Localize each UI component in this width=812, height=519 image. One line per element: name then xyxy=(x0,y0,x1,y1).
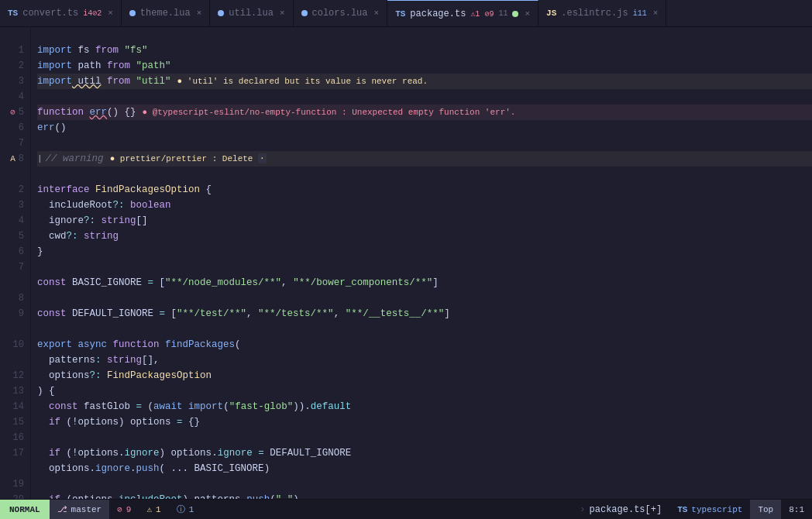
code-line: import fs from "fs" xyxy=(37,43,812,58)
close-icon[interactable]: × xyxy=(280,9,285,18)
gutter-line-warn: A 8 xyxy=(3,151,24,167)
close-icon[interactable]: × xyxy=(108,9,113,18)
code-line xyxy=(37,476,812,492)
tab-eslintrc-js[interactable]: JS .eslintrc.js i11 × xyxy=(538,0,666,26)
code-line xyxy=(37,136,812,151)
code-line-error: function err() {} ● @typescript-eslint/n… xyxy=(37,105,812,120)
tab-badge-info: 11 xyxy=(498,9,508,18)
editor-mode: NORMAL xyxy=(0,500,50,519)
code-line: const DEFAULT_IGNORE = ["**/test/**", "*… xyxy=(37,306,812,321)
gutter-line: 9 xyxy=(3,306,24,321)
code-line: if (options.includeRoot) patterns.push("… xyxy=(37,492,812,499)
tab-bar: TS convert.ts i4⊘2 × theme.lua × util.lu… xyxy=(0,0,812,27)
branch-icon: ⎇ xyxy=(57,504,67,514)
gutter-line: 16 xyxy=(3,430,24,445)
tab-util-lua[interactable]: util.lua × xyxy=(210,0,293,26)
gutter-line: 3 xyxy=(3,74,24,89)
tab-convert-ts[interactable]: TS convert.ts i4⊘2 × xyxy=(0,0,122,26)
close-icon[interactable]: × xyxy=(374,9,380,18)
git-branch: ⎇ master xyxy=(50,500,110,519)
gutter-line: 17 xyxy=(3,445,24,461)
code-line xyxy=(37,260,812,275)
close-icon[interactable]: × xyxy=(653,9,659,18)
tab-package-ts[interactable]: TS package.ts ⚠1 ⊘9 11 × xyxy=(387,0,538,26)
gutter-line xyxy=(3,27,24,43)
tab-theme-lua[interactable]: theme.lua × xyxy=(122,0,210,26)
gutter-line: 2 xyxy=(3,182,24,198)
branch-name: master xyxy=(71,505,102,514)
code-line: if (!options) options = {} xyxy=(37,414,812,430)
line-col: 8:1 xyxy=(789,505,804,514)
code-line: includeRoot?: boolean xyxy=(37,198,812,213)
code-line xyxy=(37,321,812,337)
gutter-line: 6 xyxy=(3,244,24,260)
warning-num: 1 xyxy=(156,505,161,514)
tab-label: .eslintrc.js xyxy=(561,8,628,19)
gutter-line: 14 xyxy=(3,399,24,414)
editor-container: 1 2 3 4 ⊘ 5 6 7 A 8 2 3 4 5 6 7 8 9 10 1… xyxy=(0,27,812,499)
status-bar: NORMAL ⎇ master ⊘ 9 ⚠ 1 ⓘ 1 › package.ts… xyxy=(0,499,812,519)
tab-badge-info: i11 xyxy=(633,9,647,18)
tab-label: package.ts xyxy=(410,9,466,19)
warning-icon: ⚠ xyxy=(146,504,152,514)
gutter-line xyxy=(3,167,24,182)
info-icon: ⓘ xyxy=(177,504,185,515)
filetype-indicator: TS typescript xyxy=(669,500,750,519)
arrow-right: › xyxy=(580,504,585,515)
gutter-line xyxy=(3,321,24,337)
code-line: const fastGlob = (await import("fast-glo… xyxy=(37,399,812,414)
code-line: export async function findPackages( xyxy=(37,337,812,352)
code-line: cwd?: string xyxy=(37,229,812,244)
tab-label: convert.ts xyxy=(22,8,78,19)
code-line: if (!options.ignore) options.ignore = DE… xyxy=(37,445,812,461)
gutter-line: 3 xyxy=(3,198,24,213)
gutter-line: 10 xyxy=(3,337,24,352)
lua-icon xyxy=(129,10,136,16)
tab-badge-err: ⊘9 xyxy=(484,9,494,19)
gutter-line: 7 xyxy=(3,260,24,275)
gutter-line: 12 xyxy=(3,368,24,383)
gutter-line-error: ⊘ 5 xyxy=(3,105,24,120)
diagnostic-warn: ● prettier/prettier : Delete · xyxy=(110,151,267,167)
code-line: options?: FindPackagesOption xyxy=(37,368,812,383)
gutter-line xyxy=(3,352,24,368)
modified-dot xyxy=(512,11,518,17)
gutter-line: 1 xyxy=(3,43,24,58)
error-icon: ⊘ xyxy=(10,105,15,120)
gutter-line: 6 xyxy=(3,120,24,136)
code-line: ignore?: string[] xyxy=(37,213,812,229)
tab-colors-lua[interactable]: colors.lua × xyxy=(294,0,388,26)
gutter-line: 20 xyxy=(3,492,24,499)
gutter-line: 7 xyxy=(3,136,24,151)
diagnostic-error: ● @typescript-eslint/no-empty-function :… xyxy=(143,105,516,120)
code-line xyxy=(37,290,812,306)
gutter-line xyxy=(3,461,24,476)
js-icon: JS xyxy=(546,9,556,18)
close-icon[interactable]: × xyxy=(197,9,202,18)
code-line xyxy=(37,89,812,105)
mode-label: NORMAL xyxy=(9,505,40,514)
cursor-position: 8:1 xyxy=(781,500,812,519)
gutter-line: 4 xyxy=(3,89,24,105)
scroll-label: Top xyxy=(758,505,773,514)
filetype-label: typescript xyxy=(691,505,742,514)
code-editor[interactable]: import fs from "fs" import path from "pa… xyxy=(31,27,812,499)
gutter-line: 2 xyxy=(3,58,24,74)
lua-icon xyxy=(218,10,224,16)
tab-label: theme.lua xyxy=(140,8,191,19)
tab-badge-warn: ⚠1 xyxy=(470,9,480,19)
gutter-line: 15 xyxy=(3,414,24,430)
tab-label: util.lua xyxy=(229,8,274,19)
diagnostic-warn: ● 'util' is declared but its value is ne… xyxy=(177,74,428,89)
code-line: } xyxy=(37,244,812,260)
close-icon[interactable]: × xyxy=(525,9,530,19)
gutter-line: 19 xyxy=(3,476,24,492)
warning-icon: A xyxy=(10,151,15,167)
code-line: import path from "path" xyxy=(37,58,812,74)
code-line xyxy=(37,167,812,182)
lua-icon xyxy=(301,10,308,16)
gutter-line: 4 xyxy=(3,213,24,229)
breadcrumb-text: package.ts[+] xyxy=(590,504,662,515)
warning-count: ⚠ 1 xyxy=(139,500,168,519)
code-line: const BASIC_IGNORE = ["**/node_modules/*… xyxy=(37,275,812,290)
